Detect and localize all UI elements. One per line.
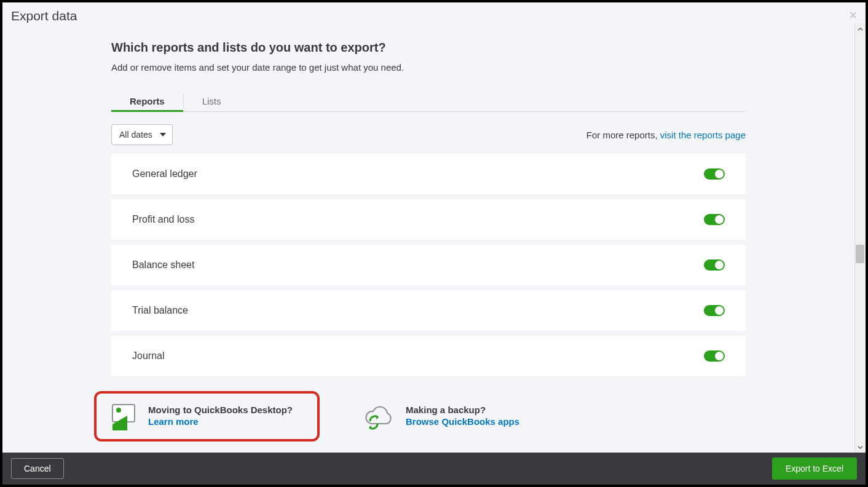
tab-lists[interactable]: Lists: [184, 90, 240, 111]
controls-row: All dates For more reports, visit the re…: [111, 124, 746, 145]
caret-down-icon: [160, 133, 166, 137]
toggle-profit-and-loss[interactable]: [704, 214, 725, 225]
scroll-up-arrow-icon[interactable]: [855, 23, 866, 34]
report-row-profit-and-loss: Profit and loss: [111, 199, 746, 240]
report-row-trial-balance: Trial balance: [111, 290, 746, 331]
more-reports-text: For more reports, visit the reports page: [586, 130, 746, 140]
toggle-balance-sheet[interactable]: [704, 259, 725, 271]
tab-reports[interactable]: Reports: [111, 90, 183, 111]
tabs: Reports Lists: [111, 90, 746, 112]
report-label: General ledger: [132, 168, 197, 180]
report-label: Trial balance: [132, 305, 188, 316]
promo-moving-to-desktop: Moving to QuickBooks Desktop? Learn more: [94, 391, 320, 441]
report-row-journal: Journal: [111, 336, 746, 376]
browse-apps-link[interactable]: Browse QuickBooks apps: [406, 416, 519, 427]
report-list: General ledger Profit and loss Balance s…: [111, 154, 746, 376]
report-row-balance-sheet: Balance sheet: [111, 245, 746, 285]
subheading: Add or remove items and set your date ra…: [111, 62, 746, 73]
titlebar: Export data ×: [2, 2, 866, 23]
export-to-excel-button[interactable]: Export to Excel: [772, 457, 857, 480]
heading: Which reports and lists do you want to e…: [111, 41, 746, 55]
toggle-trial-balance[interactable]: [704, 305, 725, 316]
scroll-down-arrow-icon[interactable]: [855, 441, 866, 453]
cloud-refresh-icon: [357, 402, 396, 430]
export-data-dialog: Export data × Which reports and lists do…: [2, 2, 866, 485]
report-row-general-ledger: General ledger: [111, 154, 746, 194]
vertical-scrollbar[interactable]: [854, 23, 866, 453]
report-label: Balance sheet: [132, 259, 194, 271]
scrollbar-thumb[interactable]: [856, 245, 864, 263]
promo-row: Moving to QuickBooks Desktop? Learn more…: [94, 391, 746, 453]
image-icon: [109, 402, 138, 430]
toggle-journal[interactable]: [704, 350, 725, 362]
toggle-general-ledger[interactable]: [704, 168, 725, 180]
scroll-area: Which reports and lists do you want to e…: [2, 23, 866, 453]
date-range-value: All dates: [119, 130, 152, 140]
date-range-select[interactable]: All dates: [111, 124, 173, 145]
promo-title: Making a backup?: [406, 405, 519, 415]
svg-point-1: [116, 408, 121, 413]
dialog-title: Export data: [11, 9, 77, 23]
report-label: Profit and loss: [132, 214, 194, 225]
close-icon[interactable]: ×: [849, 9, 857, 22]
promo-making-backup: Making a backup? Browse QuickBooks apps: [344, 391, 544, 441]
cancel-button[interactable]: Cancel: [11, 458, 64, 479]
content: Which reports and lists do you want to e…: [2, 23, 854, 453]
dialog-footer: Cancel Export to Excel: [2, 453, 866, 485]
report-label: Journal: [132, 350, 164, 362]
promo-title: Moving to QuickBooks Desktop?: [148, 405, 293, 415]
learn-more-link[interactable]: Learn more: [148, 416, 199, 427]
visit-reports-page-link[interactable]: visit the reports page: [660, 130, 746, 140]
